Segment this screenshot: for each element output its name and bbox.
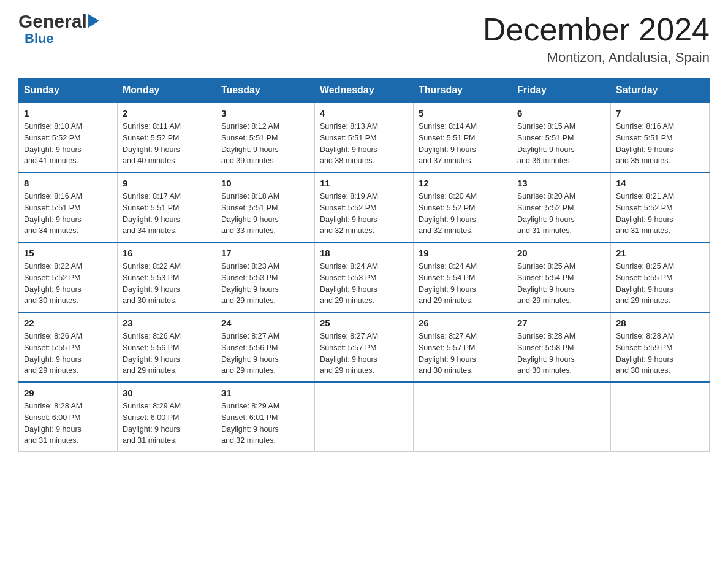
calendar-cell: 5 Sunrise: 8:14 AM Sunset: 5:51 PM Dayli…	[414, 102, 512, 172]
calendar-table: SundayMondayTuesdayWednesdayThursdayFrid…	[18, 78, 710, 452]
day-info: Sunrise: 8:29 AM Sunset: 6:01 PM Dayligh…	[221, 400, 309, 446]
day-info: Sunrise: 8:24 AM Sunset: 5:54 PM Dayligh…	[419, 261, 507, 307]
location-title: Montizon, Andalusia, Spain	[483, 50, 710, 66]
calendar-cell: 31 Sunrise: 8:29 AM Sunset: 6:01 PM Dayl…	[216, 382, 315, 452]
calendar-cell: 10 Sunrise: 8:18 AM Sunset: 5:51 PM Dayl…	[216, 172, 315, 242]
calendar-cell: 16 Sunrise: 8:22 AM Sunset: 5:53 PM Dayl…	[118, 242, 216, 312]
day-number: 21	[616, 248, 704, 258]
calendar-cell: 15 Sunrise: 8:22 AM Sunset: 5:52 PM Dayl…	[19, 242, 118, 312]
calendar-cell: 18 Sunrise: 8:24 AM Sunset: 5:53 PM Dayl…	[315, 242, 414, 312]
day-info: Sunrise: 8:17 AM Sunset: 5:51 PM Dayligh…	[123, 191, 211, 237]
day-number: 6	[517, 108, 605, 118]
day-info: Sunrise: 8:27 AM Sunset: 5:57 PM Dayligh…	[419, 331, 507, 377]
day-info: Sunrise: 8:28 AM Sunset: 5:59 PM Dayligh…	[616, 331, 704, 377]
calendar-cell: 26 Sunrise: 8:27 AM Sunset: 5:57 PM Dayl…	[414, 312, 512, 382]
calendar-week-row: 15 Sunrise: 8:22 AM Sunset: 5:52 PM Dayl…	[19, 242, 710, 312]
calendar-cell: 3 Sunrise: 8:12 AM Sunset: 5:51 PM Dayli…	[216, 102, 315, 172]
day-info: Sunrise: 8:28 AM Sunset: 6:00 PM Dayligh…	[24, 400, 112, 446]
calendar-cell: 25 Sunrise: 8:27 AM Sunset: 5:57 PM Dayl…	[315, 312, 414, 382]
header-tuesday: Tuesday	[216, 79, 315, 103]
day-info: Sunrise: 8:29 AM Sunset: 6:00 PM Dayligh…	[123, 400, 211, 446]
day-info: Sunrise: 8:25 AM Sunset: 5:55 PM Dayligh…	[616, 261, 704, 307]
calendar-header-row: SundayMondayTuesdayWednesdayThursdayFrid…	[19, 79, 710, 103]
day-info: Sunrise: 8:10 AM Sunset: 5:52 PM Dayligh…	[24, 121, 112, 167]
calendar-cell: 1 Sunrise: 8:10 AM Sunset: 5:52 PM Dayli…	[19, 102, 118, 172]
day-info: Sunrise: 8:22 AM Sunset: 5:53 PM Dayligh…	[123, 261, 211, 307]
day-number: 14	[616, 178, 704, 188]
day-info: Sunrise: 8:23 AM Sunset: 5:53 PM Dayligh…	[221, 261, 309, 307]
title-area: December 2024 Montizon, Andalusia, Spain	[483, 12, 710, 66]
calendar-cell: 21 Sunrise: 8:25 AM Sunset: 5:55 PM Dayl…	[611, 242, 710, 312]
header-sunday: Sunday	[19, 79, 118, 103]
day-info: Sunrise: 8:24 AM Sunset: 5:53 PM Dayligh…	[320, 261, 408, 307]
day-info: Sunrise: 8:27 AM Sunset: 5:57 PM Dayligh…	[320, 331, 408, 377]
calendar-week-row: 1 Sunrise: 8:10 AM Sunset: 5:52 PM Dayli…	[19, 102, 710, 172]
day-info: Sunrise: 8:15 AM Sunset: 5:51 PM Dayligh…	[517, 121, 605, 167]
day-number: 17	[221, 248, 309, 258]
day-info: Sunrise: 8:16 AM Sunset: 5:51 PM Dayligh…	[24, 191, 112, 237]
logo-triangle-icon	[88, 14, 99, 30]
calendar-cell: 29 Sunrise: 8:28 AM Sunset: 6:00 PM Dayl…	[19, 382, 118, 452]
day-number: 8	[24, 178, 112, 188]
day-info: Sunrise: 8:22 AM Sunset: 5:52 PM Dayligh…	[24, 261, 112, 307]
header-thursday: Thursday	[414, 79, 512, 103]
calendar-cell: 14 Sunrise: 8:21 AM Sunset: 5:52 PM Dayl…	[611, 172, 710, 242]
calendar-cell: 12 Sunrise: 8:20 AM Sunset: 5:52 PM Dayl…	[414, 172, 512, 242]
calendar-cell: 30 Sunrise: 8:29 AM Sunset: 6:00 PM Dayl…	[118, 382, 216, 452]
day-number: 5	[419, 108, 507, 118]
day-number: 29	[24, 388, 112, 398]
day-number: 12	[419, 178, 507, 188]
calendar-cell: 8 Sunrise: 8:16 AM Sunset: 5:51 PM Dayli…	[19, 172, 118, 242]
logo-blue-text: Blue	[25, 31, 54, 47]
day-number: 16	[123, 248, 211, 258]
calendar-cell	[512, 382, 611, 452]
calendar-cell: 7 Sunrise: 8:16 AM Sunset: 5:51 PM Dayli…	[611, 102, 710, 172]
calendar-cell: 13 Sunrise: 8:20 AM Sunset: 5:52 PM Dayl…	[512, 172, 611, 242]
day-number: 2	[123, 108, 211, 118]
day-number: 30	[123, 388, 211, 398]
day-number: 9	[123, 178, 211, 188]
header-saturday: Saturday	[611, 79, 710, 103]
day-number: 15	[24, 248, 112, 258]
calendar-week-row: 22 Sunrise: 8:26 AM Sunset: 5:55 PM Dayl…	[19, 312, 710, 382]
day-number: 27	[517, 318, 605, 328]
calendar-week-row: 8 Sunrise: 8:16 AM Sunset: 5:51 PM Dayli…	[19, 172, 710, 242]
header-monday: Monday	[118, 79, 216, 103]
calendar-cell: 2 Sunrise: 8:11 AM Sunset: 5:52 PM Dayli…	[118, 102, 216, 172]
calendar-cell: 17 Sunrise: 8:23 AM Sunset: 5:53 PM Dayl…	[216, 242, 315, 312]
calendar-cell	[414, 382, 512, 452]
calendar-cell: 27 Sunrise: 8:28 AM Sunset: 5:58 PM Dayl…	[512, 312, 611, 382]
calendar-cell: 19 Sunrise: 8:24 AM Sunset: 5:54 PM Dayl…	[414, 242, 512, 312]
day-number: 24	[221, 318, 309, 328]
day-info: Sunrise: 8:13 AM Sunset: 5:51 PM Dayligh…	[320, 121, 408, 167]
day-number: 10	[221, 178, 309, 188]
day-number: 20	[517, 248, 605, 258]
day-number: 19	[419, 248, 507, 258]
calendar-cell: 11 Sunrise: 8:19 AM Sunset: 5:52 PM Dayl…	[315, 172, 414, 242]
day-number: 25	[320, 318, 408, 328]
day-number: 26	[419, 318, 507, 328]
calendar-week-row: 29 Sunrise: 8:28 AM Sunset: 6:00 PM Dayl…	[19, 382, 710, 452]
day-info: Sunrise: 8:20 AM Sunset: 5:52 PM Dayligh…	[517, 191, 605, 237]
svg-marker-0	[88, 14, 99, 28]
calendar-cell: 24 Sunrise: 8:27 AM Sunset: 5:56 PM Dayl…	[216, 312, 315, 382]
day-info: Sunrise: 8:12 AM Sunset: 5:51 PM Dayligh…	[221, 121, 309, 167]
calendar-cell	[611, 382, 710, 452]
calendar-cell: 28 Sunrise: 8:28 AM Sunset: 5:59 PM Dayl…	[611, 312, 710, 382]
day-number: 4	[320, 108, 408, 118]
calendar-cell: 9 Sunrise: 8:17 AM Sunset: 5:51 PM Dayli…	[118, 172, 216, 242]
calendar-cell	[315, 382, 414, 452]
day-info: Sunrise: 8:11 AM Sunset: 5:52 PM Dayligh…	[123, 121, 211, 167]
day-number: 18	[320, 248, 408, 258]
day-number: 23	[123, 318, 211, 328]
day-info: Sunrise: 8:21 AM Sunset: 5:52 PM Dayligh…	[616, 191, 704, 237]
day-info: Sunrise: 8:26 AM Sunset: 5:56 PM Dayligh…	[123, 331, 211, 377]
logo: General Blue	[18, 12, 99, 47]
day-number: 13	[517, 178, 605, 188]
day-info: Sunrise: 8:26 AM Sunset: 5:55 PM Dayligh…	[24, 331, 112, 377]
day-info: Sunrise: 8:20 AM Sunset: 5:52 PM Dayligh…	[419, 191, 507, 237]
logo-general-text: General	[18, 12, 87, 31]
calendar-cell: 20 Sunrise: 8:25 AM Sunset: 5:54 PM Dayl…	[512, 242, 611, 312]
day-number: 7	[616, 108, 704, 118]
day-number: 3	[221, 108, 309, 118]
